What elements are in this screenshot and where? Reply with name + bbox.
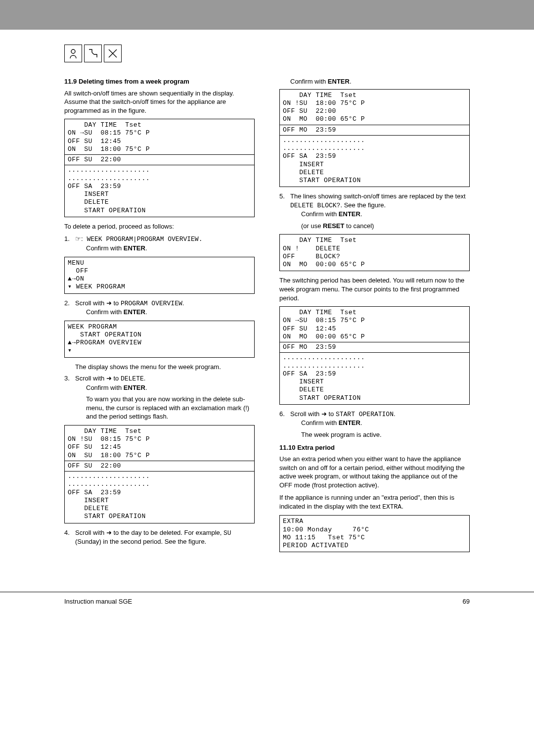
page-footer: Instruction manual SGE 69: [0, 592, 534, 621]
footer-page-number: 69: [463, 597, 470, 606]
lcd-4: DAY TIME Tset ON !SU 08:15 75°C P OFF SU…: [64, 425, 255, 523]
menu-icon: ☞:: [75, 235, 83, 242]
lcd-1: DAY TIME Tset ON →SU 08:15 75°C P OFF SU…: [64, 119, 255, 217]
cross-icon: [104, 45, 122, 62]
user-icon: [64, 45, 82, 62]
header-bar: [0, 0, 534, 30]
lcd-6: DAY TIME Tset ON ! DELETE OFF BLOCK? ON …: [279, 234, 470, 271]
page-content: 11.9 Deleting times from a week program …: [0, 30, 534, 572]
step-3: 3. Scroll with ➜ to DELETE. Confirm with…: [64, 374, 255, 421]
section-heading-11-9: 11.9 Deleting times from a week program: [64, 77, 255, 86]
lcd-8: EXTRA 10:00 Monday 76°C MO 11:15 Tset 75…: [279, 515, 470, 552]
lcd-5: DAY TIME Tset ON !SU 18:00 75°C P OFF SU…: [279, 89, 470, 188]
extra-p2: If the appliance is running under an "ex…: [279, 493, 470, 511]
extra-p1: Use an extra period when you either want…: [279, 455, 470, 489]
icon-row: [64, 45, 470, 62]
svg-point-0: [71, 49, 75, 53]
left-column: 11.9 Deleting times from a week program …: [64, 77, 255, 557]
after-delete-text: The switching period has been deleted. Y…: [279, 276, 470, 302]
confirm-top: Confirm with ENTER.: [290, 77, 470, 86]
lcd-2: MENU OFF ▲→ON ▾ WEEK PROGRAM: [64, 257, 255, 294]
lcd-3: WEEK PROGRAM START OPERATION ▲→PROGRAM O…: [64, 321, 255, 358]
step-6: 6. Scroll with ➜ to START OPERATION. Con…: [279, 410, 470, 439]
right-column: Confirm with ENTER. DAY TIME Tset ON !SU…: [279, 77, 470, 557]
step-5: 5. The lines showing switch-on/off times…: [279, 192, 470, 230]
step-4: 4. Scroll with ➜ to the day to be delete…: [64, 528, 255, 546]
step-1: 1. ☞: WEEK PROGRAM|PROGRAM OVERVIEW. Con…: [64, 235, 255, 252]
piping-icon: [84, 45, 102, 62]
section-heading-11-10: 11.10 Extra period: [279, 443, 470, 452]
lcd-7: DAY TIME Tset ON →SU 08:15 75°C P OFF SU…: [279, 306, 470, 405]
intro-text: All switch-on/off times are shown sequen…: [64, 89, 255, 115]
delete-intro: To delete a period, proceed as follows:: [64, 222, 255, 231]
step2-desc: The display shows the menu for the week …: [75, 363, 255, 372]
footer-title: Instruction manual SGE: [64, 597, 132, 606]
step-2: 2. Scroll with ➜ to PROGRAM OVERVIEW. Co…: [64, 299, 255, 317]
